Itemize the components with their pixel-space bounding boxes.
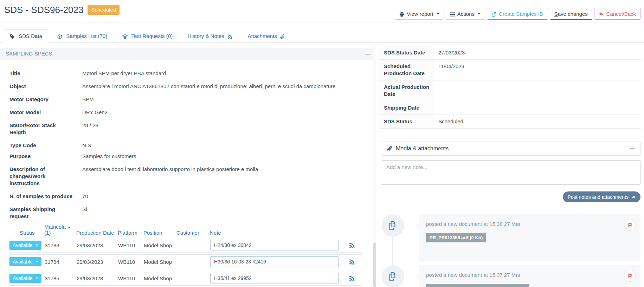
status-badge: Scheduled [88, 5, 120, 15]
chevron-down-icon [36, 244, 38, 246]
samples-grid: Status Matricola (1) Production Date Pla… [9, 223, 362, 287]
details-panel: SDS Status Date27/03/2023 Scheduled Prod… [379, 46, 641, 287]
detail-row: Scheduled Production Date11/04/2023 [379, 60, 641, 80]
platform-cell: WB110 [118, 259, 144, 265]
spec-row: Motor ModelDRY Gen2 [5, 106, 371, 119]
paperclip-icon [280, 33, 285, 39]
tab-sds-data[interactable]: SDS Data [3, 30, 49, 43]
matricola-cell: 31785 [45, 275, 77, 281]
column-header-note[interactable]: Note [210, 230, 345, 236]
detail-row: SDS Status Date27/03/2023 [379, 46, 641, 60]
status-dropdown[interactable]: Available [9, 241, 41, 250]
column-header-matricola[interactable]: Matricola (1) [44, 224, 76, 236]
detail-row: SDS StatusScheduled [379, 115, 641, 129]
tab-test-requests[interactable]: Test Requests (0) [116, 30, 179, 43]
add-attachment-button[interactable] [629, 145, 635, 152]
feed-text: posted a new document at 15:38 27 Mar [426, 221, 633, 227]
paperclip-icon [387, 145, 393, 152]
sampling-specs-header: SAMPLING SPECS. [0, 48, 376, 60]
feed-item: posted a new document at 15:38 27 Mar PR… [382, 214, 640, 261]
matricola-cell: 31783 [45, 242, 77, 248]
undo-icon [599, 11, 604, 17]
tag-icon [10, 33, 15, 39]
topbar-actions: View report Actions Create Samples ID Sa… [395, 8, 640, 20]
post-notes-button[interactable]: Post notes and attachments [563, 191, 640, 202]
detail-row: Actual Production Date [379, 80, 641, 101]
tab-samples-list[interactable]: Samples List (70) [51, 30, 114, 43]
platform-cell: WB110 [118, 242, 144, 248]
rss-icon [227, 33, 233, 39]
position-cell: Model Shop [144, 259, 177, 265]
file-attachment-badge[interactable]: PR_PR013358.pdf (0 Kb) [426, 233, 486, 242]
sample-row: Available 31785 29/03/2023 WB110 Model S… [9, 271, 362, 286]
note-input[interactable] [210, 273, 339, 283]
sampling-specs-table: TitleMotori BPM per dryer PBA standard O… [5, 67, 371, 223]
spec-row-double: Type Code Purpose N.S. Samples for custo… [5, 139, 371, 163]
delete-attachment-button[interactable] [624, 270, 636, 282]
spec-row: TitleMotori BPM per dryer PBA standard [5, 67, 371, 80]
activity-feed: posted a new document at 15:38 27 Mar PR… [382, 202, 640, 287]
cancel-back-button[interactable]: Cancel/Back [594, 8, 640, 20]
trash-icon [627, 222, 632, 228]
column-header-status[interactable]: Status [9, 230, 44, 236]
avatar [382, 265, 404, 287]
rss-icon[interactable] [349, 259, 355, 265]
sample-row: Available 31783 29/03/2023 WB110 Model S… [9, 238, 362, 253]
column-header-production-date[interactable]: Production Date [76, 230, 118, 236]
actions-button[interactable]: Actions [446, 8, 485, 20]
page-title-text: SDS - SDS96-2023 [4, 5, 83, 15]
file-attachment-badge[interactable]: DR_00167748_pin_alt_preliminary.pdf (0 K… [426, 284, 529, 287]
feed-text: posted a new document at 15:37 27 Mar [426, 272, 633, 278]
spec-row: Stator/Rotor Stack Heigth28 / 28 [5, 119, 371, 139]
note-input[interactable] [210, 256, 339, 267]
top-bar: SDS - SDS96-2023Scheduled View report Ac… [0, 0, 644, 22]
column-header-customer[interactable]: Customer [176, 230, 210, 236]
trash-icon [627, 273, 632, 279]
external-link-icon [491, 11, 496, 17]
save-changes-button[interactable]: Save changes [550, 8, 592, 20]
tab-attachments[interactable]: Attachments [241, 30, 292, 43]
view-report-button[interactable]: View report [395, 8, 444, 20]
tab-history-notes[interactable]: History & Notes [181, 30, 239, 43]
position-cell: Model Shop [144, 242, 177, 248]
chevron-down-icon [478, 13, 481, 14]
chevron-down-icon [36, 278, 38, 279]
tab-bar: SDS Data Samples List (70) Test Requests… [0, 30, 644, 43]
position-cell: Model Shop [144, 275, 177, 281]
avatar [382, 214, 404, 237]
delete-attachment-button[interactable] [624, 219, 636, 231]
section-title: SAMPLING SPECS. [6, 48, 54, 60]
documents-icon [387, 271, 399, 282]
column-header-platform[interactable]: Platform [118, 230, 143, 236]
details-table: SDS Status Date27/03/2023 Scheduled Prod… [379, 46, 641, 129]
note-input[interactable] [210, 240, 339, 250]
documents-icon [387, 220, 399, 231]
status-dropdown[interactable]: Available [9, 274, 41, 283]
platform-cell: WB110 [118, 275, 144, 281]
rss-icon[interactable] [349, 275, 355, 281]
sampling-specs-panel: SAMPLING SPECS. TitleMotori BPM per drye… [0, 43, 376, 287]
chevron-down-icon [36, 261, 38, 262]
left-panel-scrollbar [373, 46, 376, 287]
production-date-cell: 29/03/2023 [77, 259, 118, 265]
create-samples-id-button[interactable]: Create Samples ID [487, 8, 548, 20]
sample-row: Available 31784 29/03/2023 WB110 Model S… [9, 254, 362, 269]
matricola-cell: 31784 [45, 259, 77, 265]
minus-icon [365, 51, 371, 57]
media-attachments-header: Media & attachments [382, 142, 640, 156]
production-date-cell: 29/03/2023 [77, 275, 118, 281]
feed-card: posted a new document at 15:37 27 Mar DR… [419, 265, 640, 287]
collapse-section-button[interactable] [365, 48, 371, 60]
spec-row: ObjectAssemblare i motori ANC A13861802 … [5, 80, 371, 93]
sort-asc-icon [67, 224, 71, 230]
rss-icon[interactable] [349, 242, 355, 248]
column-header-position[interactable]: Position [143, 230, 176, 236]
plus-icon [629, 145, 635, 151]
layers-icon [122, 33, 128, 39]
feed-item: posted a new document at 15:37 27 Mar DR… [382, 265, 640, 287]
production-date-cell: 29/03/2023 [77, 242, 118, 248]
samples-grid-header: Status Matricola (1) Production Date Pla… [9, 223, 362, 238]
new-note-textarea[interactable] [382, 160, 640, 185]
status-dropdown[interactable]: Available [9, 257, 41, 266]
scrollbar-thumb[interactable] [373, 242, 376, 287]
